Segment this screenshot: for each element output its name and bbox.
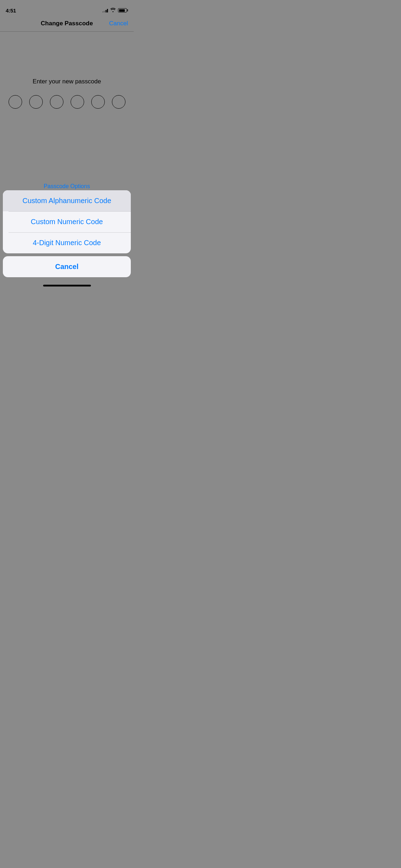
action-sheet: Custom Alphanumeric Code Custom Numeric … (0, 190, 134, 289)
passcode-dot-6 (112, 95, 125, 109)
nav-cancel-button[interactable]: Cancel (109, 20, 128, 27)
passcode-dots (9, 95, 125, 109)
passcode-dot-5 (91, 95, 105, 109)
passcode-dot-2 (29, 95, 43, 109)
battery-icon (118, 8, 128, 12)
action-sheet-custom-alphanumeric[interactable]: Custom Alphanumeric Code (3, 190, 131, 211)
passcode-dot-3 (50, 95, 63, 109)
action-sheet-custom-numeric[interactable]: Custom Numeric Code (3, 211, 131, 232)
action-sheet-4digit-numeric[interactable]: 4-Digit Numeric Code (3, 232, 131, 253)
action-sheet-options-group: Custom Alphanumeric Code Custom Numeric … (3, 190, 131, 253)
passcode-options-section: Passcode Options (0, 183, 134, 190)
action-sheet-cancel-group: Cancel (3, 256, 131, 277)
passcode-dot-1 (9, 95, 22, 109)
passcode-options-button[interactable]: Passcode Options (44, 183, 90, 190)
action-sheet-cancel-button[interactable]: Cancel (3, 256, 131, 277)
nav-title: Change Passcode (41, 20, 93, 27)
status-time: 4:51 (6, 7, 16, 14)
home-indicator (43, 285, 91, 286)
passcode-prompt: Enter your new passcode (33, 78, 101, 85)
signal-icon (102, 8, 108, 12)
wifi-icon (110, 7, 116, 13)
nav-bar: Change Passcode Cancel (0, 16, 134, 31)
status-bar: 4:51 (0, 0, 134, 16)
status-icons (102, 7, 128, 13)
passcode-dot-4 (71, 95, 84, 109)
main-content: Enter your new passcode (0, 32, 134, 116)
